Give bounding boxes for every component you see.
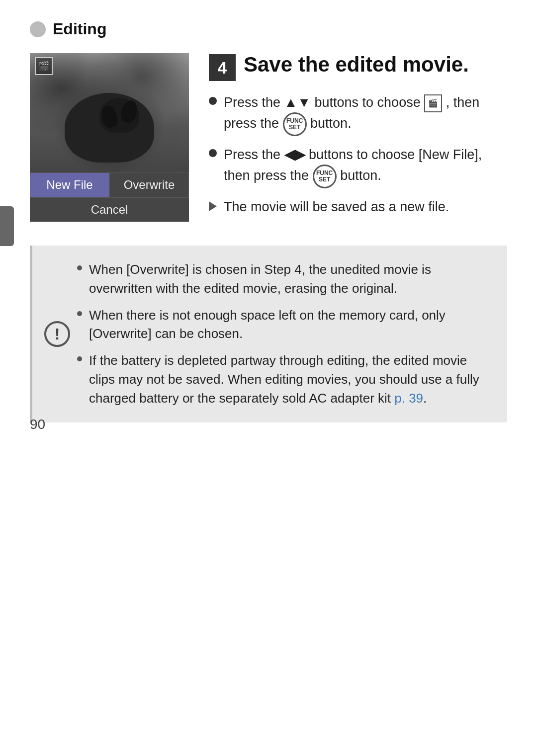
side-tab	[0, 206, 14, 246]
note-text-3: If the battery is depleted partway throu…	[89, 351, 492, 408]
note-text-3-after: .	[423, 391, 427, 406]
func-set-button-2: FUNCSET	[313, 165, 337, 188]
note-warning-icon: !	[44, 321, 70, 347]
note-box: ! When [Overwrite] is chosen in Step 4, …	[30, 246, 507, 422]
save-icon-inline: 🎬	[424, 94, 442, 112]
step-number: 4	[209, 54, 236, 81]
editing-header: Editing	[30, 20, 507, 38]
overwrite-menu-item: Overwrite	[109, 172, 189, 197]
note-item-2: When there is not enough space left on t…	[77, 306, 492, 343]
dog-ear-right	[119, 99, 140, 124]
save-icon-overlay: 🎬	[35, 57, 53, 75]
camera-image: 🎬	[30, 53, 189, 172]
instruction-text-3: The movie will be saved as a new file.	[224, 197, 449, 217]
note-item-1: When [Overwrite] is chosen in Step 4, th…	[77, 260, 492, 298]
note-bullet-1	[77, 265, 82, 270]
bullet-dot-1	[209, 97, 217, 105]
editing-label: Editing	[53, 20, 106, 38]
note-bullet-3	[77, 356, 82, 361]
instruction-text-1: Press the ▲▼ buttons to choose 🎬 , then …	[224, 93, 507, 136]
step-title: Save the edited movie.	[244, 53, 469, 76]
bullet-dot-2	[209, 149, 217, 157]
camera-menu: New File Overwrite Cancel	[30, 172, 189, 222]
bullet-triangle-3	[209, 201, 217, 211]
instruction-list: Press the ▲▼ buttons to choose 🎬 , then …	[209, 93, 507, 217]
func-set-button-1: FUNCSET	[283, 112, 307, 136]
note-text-1: When [Overwrite] is chosen in Step 4, th…	[89, 260, 492, 298]
instruction-item-2: Press the ◀▶ buttons to choose [New File…	[209, 145, 507, 188]
main-content-row: 🎬 New File Overwrite Cancel 4 Save the e…	[30, 53, 507, 226]
note-text-2: When there is not enough space left on t…	[89, 306, 492, 343]
step-header: 4 Save the edited movie.	[209, 53, 507, 81]
step-content: 4 Save the edited movie. Press the ▲▼ bu…	[209, 53, 507, 226]
note-item-3: If the battery is depleted partway throu…	[77, 351, 492, 408]
cancel-menu-item: Cancel	[30, 197, 189, 222]
instruction-item-3: The movie will be saved as a new file.	[209, 197, 507, 217]
dog-head	[99, 98, 139, 133]
dog-body	[65, 93, 154, 163]
dog-ear-left	[99, 104, 120, 129]
editing-circle-icon	[30, 21, 46, 37]
page-number: 90	[30, 417, 45, 432]
note-bullet-2	[77, 311, 82, 316]
instruction-text-2: Press the ◀▶ buttons to choose [New File…	[224, 145, 507, 188]
note-list: When [Overwrite] is chosen in Step 4, th…	[77, 260, 492, 408]
note-link-3: p. 39	[394, 391, 423, 406]
instruction-item-1: Press the ▲▼ buttons to choose 🎬 , then …	[209, 93, 507, 136]
new-file-menu-item: New File	[30, 172, 109, 197]
camera-screenshot: 🎬 New File Overwrite Cancel	[30, 53, 189, 222]
camera-menu-row: New File Overwrite	[30, 172, 189, 197]
